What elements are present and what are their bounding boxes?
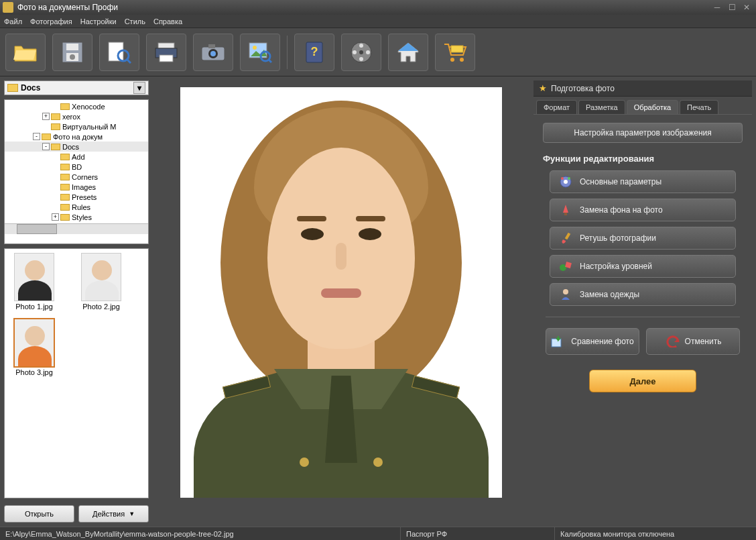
image-search-icon (248, 42, 272, 63)
tree-expander-placeholder (52, 103, 59, 110)
home-icon (397, 42, 420, 63)
clothes-icon (558, 287, 573, 302)
menubar: Файл Фотография Настройки Стиль Справка (0, 15, 756, 28)
thumbnail-item[interactable]: Photo 2.jpg (76, 253, 127, 311)
status-filepath: E:\Alpy\Emma_Watson_ByMortallity\emma-wa… (0, 527, 401, 540)
tree-expander[interactable]: - (42, 143, 50, 150)
undo-icon (665, 335, 680, 347)
svg-line-17 (269, 60, 271, 62)
next-button[interactable]: Далее (589, 370, 696, 392)
toolbar-separator (287, 36, 288, 69)
tree-expander-placeholder (52, 163, 59, 170)
folder-icon (60, 174, 70, 180)
menu-help[interactable]: Справка (153, 17, 182, 25)
tree-node-label: Виртуальный М (62, 123, 117, 131)
folder-tree[interactable]: Xenocode+xeroxВиртуальный М-Фото на доку… (4, 99, 149, 244)
svg-point-22 (366, 50, 370, 54)
image-search-button[interactable] (240, 34, 280, 71)
right-panel-title: Подготовка фото (551, 84, 615, 93)
tree-node[interactable]: -Docs (5, 142, 148, 152)
func-button-label: Ретушь фотографии (580, 233, 656, 243)
folder-path-bar[interactable]: Docs ▾ (4, 80, 149, 95)
help-button[interactable]: ? (294, 34, 334, 71)
tree-node[interactable]: BD (5, 162, 148, 172)
func-levels[interactable]: Настройка уровней (550, 255, 736, 278)
maximize-button[interactable]: ☐ (725, 3, 739, 12)
menu-settings[interactable]: Настройки (80, 17, 117, 25)
right-panel-body: Настройка параметров изображения Функции… (533, 114, 752, 523)
preview-icon (107, 41, 131, 64)
photo-canvas[interactable] (180, 87, 502, 498)
thumbnail-label: Photo 2.jpg (76, 303, 127, 311)
func-clothes[interactable]: Замена одежды (550, 283, 736, 306)
open-folder-button[interactable] (5, 34, 46, 71)
tree-expander-placeholder (52, 203, 59, 211)
tree-node[interactable]: Add (5, 152, 148, 162)
tutorials-button[interactable] (341, 34, 381, 71)
camera-button[interactable] (193, 34, 233, 71)
photo-preview-area (153, 80, 529, 523)
tree-expander[interactable]: + (52, 213, 59, 221)
svg-point-23 (359, 57, 363, 61)
tab-print[interactable]: Печать (680, 100, 718, 114)
home-button[interactable] (388, 34, 428, 71)
menu-style[interactable]: Стиль (125, 17, 145, 25)
func-gear[interactable]: Основные параметры (550, 170, 736, 193)
thumbnail-item[interactable]: Photo 1.jpg (9, 253, 60, 311)
camera-icon (200, 43, 226, 62)
preview-button[interactable] (99, 34, 139, 71)
toolbar: ? (0, 28, 756, 76)
compare-photo-button[interactable]: Сравнение фото (546, 328, 639, 355)
svg-point-25 (359, 50, 363, 54)
minimize-button[interactable]: ─ (710, 3, 724, 12)
open-button-label: Открыть (25, 510, 54, 518)
editing-functions-list: Основные параметрыЗамена фона на фотоРет… (543, 170, 743, 306)
tree-node[interactable]: +Styles (5, 212, 148, 222)
tree-expander[interactable]: - (33, 133, 40, 140)
divider (546, 317, 740, 317)
tree-node[interactable]: +xerox (5, 111, 148, 121)
tree-expander-placeholder (52, 193, 59, 201)
folder-dropdown-button[interactable]: ▾ (133, 82, 145, 94)
folder-icon (60, 194, 70, 201)
folder-icon (7, 84, 18, 92)
svg-line-6 (127, 60, 131, 63)
func-background-replace[interactable]: Замена фона на фото (550, 199, 736, 221)
tree-expander[interactable]: + (42, 113, 50, 120)
tree-node[interactable]: Presets (5, 192, 148, 202)
tab-format[interactable]: Формат (536, 100, 577, 114)
image-params-button[interactable]: Настройка параметров изображения (543, 123, 743, 143)
tab-processing[interactable]: Обработка (627, 100, 678, 114)
folder-icon (60, 184, 70, 191)
next-button-label: Далее (629, 376, 655, 386)
shop-button[interactable] (435, 34, 475, 71)
tree-horizontal-scrollbar[interactable] (5, 223, 148, 234)
compare-icon (551, 335, 566, 348)
cancel-button[interactable]: Отменить (646, 328, 740, 355)
svg-point-37 (563, 289, 568, 294)
tree-node-label: Rules (72, 203, 90, 211)
tree-node[interactable]: Images (5, 182, 148, 192)
tree-node[interactable]: -Фото на докум (5, 131, 148, 142)
tree-node[interactable]: Xenocode (5, 101, 148, 111)
actions-button[interactable]: Действия ▼ (78, 505, 149, 523)
thumbnail-image (14, 253, 54, 301)
tree-node[interactable]: Виртуальный М (5, 121, 148, 131)
status-format: Паспорт РФ (401, 527, 555, 540)
thumbnail-item[interactable]: Photo 3.jpg (9, 319, 60, 376)
func-brush[interactable]: Ретушь фотографии (550, 227, 736, 250)
print-button[interactable] (146, 34, 186, 71)
menu-file[interactable]: Файл (4, 17, 22, 25)
tree-node-label: Add (72, 153, 85, 161)
thumbnail-panel: Photo 1.jpgPhoto 2.jpgPhoto 3.jpg (4, 248, 149, 498)
save-button[interactable] (52, 34, 92, 71)
open-folder-icon (13, 42, 38, 62)
close-button[interactable]: ✕ (740, 3, 753, 12)
open-button[interactable]: Открыть (4, 505, 74, 523)
tree-node[interactable]: Corners (5, 172, 148, 182)
tree-node-label: Docs (62, 143, 79, 151)
tab-markup[interactable]: Разметка (578, 100, 625, 114)
tree-node[interactable]: Rules (5, 202, 148, 212)
menu-photo[interactable]: Фотография (30, 17, 72, 25)
editing-functions-title: Функции редактирования (543, 154, 743, 164)
